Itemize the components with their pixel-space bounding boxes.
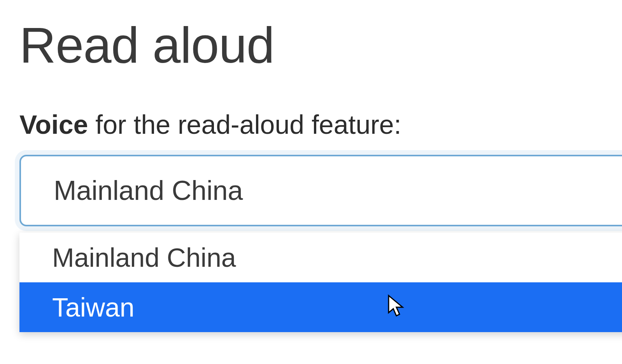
voice-select-value: Mainland China	[54, 175, 243, 206]
voice-select[interactable]: Mainland China	[19, 155, 622, 226]
voice-option-taiwan[interactable]: Taiwan	[19, 282, 622, 332]
voice-dropdown[interactable]: Mainland China Taiwan	[19, 233, 622, 332]
page-heading: Read aloud	[19, 18, 603, 73]
voice-option-mainland-china[interactable]: Mainland China	[19, 233, 622, 282]
voice-label-bold: Voice	[19, 110, 88, 139]
voice-label: Voice for the read-aloud feature:	[19, 110, 603, 139]
option-label: Taiwan	[52, 292, 135, 322]
voice-label-rest: for the read-aloud feature:	[88, 110, 401, 139]
option-label: Mainland China	[52, 243, 236, 272]
